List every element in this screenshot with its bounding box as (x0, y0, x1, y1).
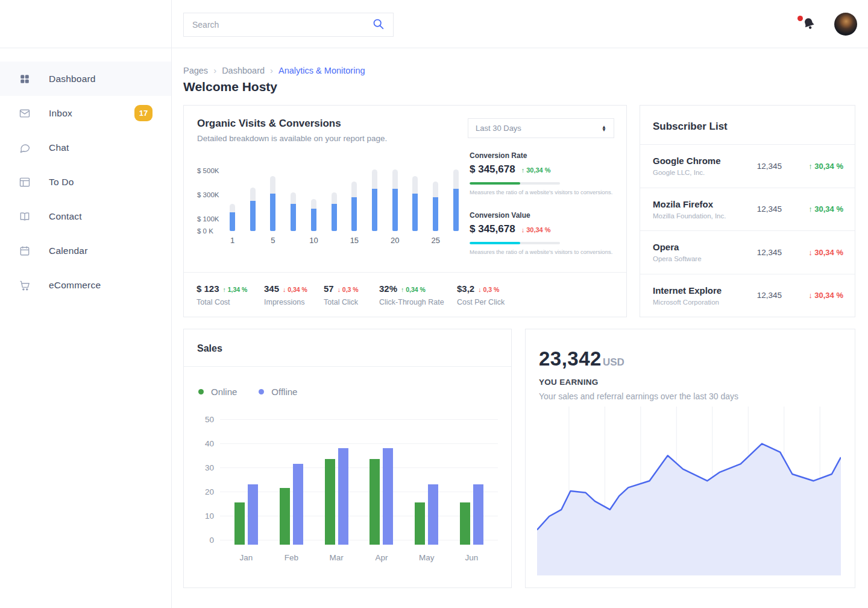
bar-group (270, 163, 275, 231)
offline-bar (338, 448, 348, 545)
search-input[interactable] (192, 20, 372, 30)
conversion-panel: Conversion Rate $ 345,678 ↑ 30,34 % Meas… (470, 151, 617, 255)
sidebar-item-todo[interactable]: To Do (0, 165, 171, 199)
search-icon[interactable] (372, 17, 385, 33)
select-arrows-icon: ▲▼ (602, 125, 606, 131)
bar-group (392, 163, 398, 231)
y-tick-label: 40 (192, 439, 214, 448)
sidebar-nav: Dashboard Inbox 17 Chat (0, 62, 171, 302)
x-tick-label: 10 (301, 236, 326, 245)
subscriber-name: Internet Explore (653, 285, 757, 296)
sidebar-item-dashboard[interactable]: Dashboard (0, 62, 171, 96)
trend-arrow-icon: ↑ (808, 162, 813, 171)
period-select[interactable]: Last 30 Days ▲▼ (468, 118, 614, 138)
trend-arrow-icon: ↑ (223, 286, 226, 293)
subscriber-row-firefox[interactable]: Mozila Firefox Mozilla Foundation, Inc. … (640, 188, 855, 231)
conversions-bar (250, 201, 256, 231)
conversion-rate-delta: ↑ 30,34 % (521, 166, 551, 174)
subscriber-delta: ↓ 30,34 % (797, 248, 843, 257)
sidebar-item-calendar[interactable]: Calendar (0, 233, 171, 268)
bar-group (351, 163, 357, 231)
logo (0, 0, 171, 48)
online-bar (370, 459, 380, 545)
bar-group (250, 163, 256, 231)
conversions-bar (412, 194, 418, 231)
sidebar-item-label: Dashboard (49, 74, 96, 84)
trend-arrow-icon: ↓ (808, 248, 813, 257)
trend-arrow-icon: ↓ (478, 286, 481, 293)
sidebar-item-inbox[interactable]: Inbox 17 (0, 96, 171, 130)
x-tick-label: 15 (342, 236, 366, 245)
bar-group: Apr (370, 410, 393, 562)
bar-group (291, 163, 296, 231)
y-tick-label: 50 (192, 415, 214, 424)
subscriber-count: 12,345 (757, 291, 782, 300)
conversion-value-block: Conversion Value $ 345,678 ↓ 30,34 % Mea… (470, 211, 617, 255)
online-bar (234, 502, 245, 545)
subscriber-row-opera[interactable]: Opera Opera Software 12,345 ↓ 30,34 % (640, 230, 855, 274)
sidebar-item-label: To Do (49, 177, 74, 188)
card-title: Sales (184, 329, 511, 367)
conversion-value-delta: ↓ 30,34 % (521, 226, 551, 233)
conversions-bar (230, 212, 235, 231)
subscriber-name: Mozila Firefox (653, 199, 757, 209)
sidebar-item-label: Contact (49, 211, 82, 222)
subscriber-row-chrome[interactable]: Google Chrome Google LLC, Inc. 12,345 ↑ … (640, 144, 855, 188)
stat-label: Impressions (264, 298, 324, 306)
y-tick-label: 20 (192, 487, 214, 496)
sidebar-item-contact[interactable]: Contact (0, 199, 171, 233)
bar-group (453, 163, 459, 231)
stat-delta: ↓ 0,34 % (283, 286, 307, 293)
earning-currency: USD (603, 356, 624, 369)
conversion-value-value: $ 345,678 (470, 223, 515, 235)
x-tick-label: Jun (460, 553, 483, 562)
sidebar-item-chat[interactable]: Chat (0, 130, 171, 165)
progress-fill (470, 242, 520, 244)
stat-label: Click-Through Rate (379, 298, 457, 306)
sales-card: Sales Online Offline 01020304050JanFebMa… (183, 329, 512, 588)
conversion-rate-caption: Measures the ratio of a website's visito… (470, 189, 617, 195)
user-avatar[interactable] (834, 13, 857, 36)
stat-value: 32% (379, 283, 397, 294)
subscriber-delta: ↑ 30,34 % (797, 204, 843, 214)
trend-arrow-icon: ↓ (283, 286, 286, 293)
y-tick-label: $ 0 K (197, 227, 213, 235)
stat-label: Total Cost (197, 298, 264, 306)
offline-bar (428, 484, 438, 545)
trend-arrow-icon: ↑ (521, 166, 525, 174)
legend-label: Online (211, 387, 237, 397)
chat-bubble-icon (19, 142, 31, 154)
conversions-bar (392, 189, 398, 231)
x-tick-label: 5 (261, 236, 285, 245)
earning-area-chart (537, 407, 841, 575)
sidebar-item-label: eCommerce (49, 280, 101, 291)
search-box[interactable] (183, 13, 394, 37)
conversion-rate-block: Conversion Rate $ 345,678 ↑ 30,34 % Meas… (470, 151, 617, 195)
stat-total-click: 57 ↓ 0,3 % Total Click (324, 283, 379, 306)
breadcrumb-pages[interactable]: Pages (183, 66, 208, 75)
subscriber-name: Google Chrome (653, 156, 757, 166)
stat-value: 57 (324, 283, 334, 294)
sidebar-item-ecommerce[interactable]: eCommerce (0, 268, 171, 302)
subscriber-delta: ↓ 30,34 % (797, 291, 843, 300)
online-bar (460, 502, 470, 545)
stat-label: Cost Per Click (457, 298, 505, 306)
x-tick-label: 1 (221, 236, 245, 245)
bar-group: Feb (280, 410, 303, 562)
stat-value: 345 (264, 283, 279, 294)
breadcrumb-current[interactable]: Analytics & Monitoring (278, 66, 365, 75)
breadcrumb-dashboard[interactable]: Dashboard (222, 66, 265, 75)
sales-bar-chart: 01020304050JanFebMarAprMayJun (192, 410, 500, 562)
conversions-bar (433, 197, 438, 231)
card-title: Subscriber List (640, 106, 855, 144)
main-content: Pages › Dashboard › Analytics & Monitori… (172, 48, 868, 608)
sidebar-item-label: Calendar (49, 245, 88, 256)
subscriber-row-ie[interactable]: Internet Explore Microsoft Corporation 1… (640, 274, 855, 317)
conversions-bar (351, 197, 357, 231)
x-tick-label: 20 (383, 236, 407, 245)
notifications-bell-icon[interactable] (802, 16, 817, 32)
stat-delta: ↑ 0,34 % (401, 286, 426, 293)
period-select-value: Last 30 Days (476, 124, 602, 133)
stat-total-cost: $ 123 ↑ 1,34 % Total Cost (197, 283, 264, 306)
sidebar-item-label: Inbox (49, 108, 72, 119)
